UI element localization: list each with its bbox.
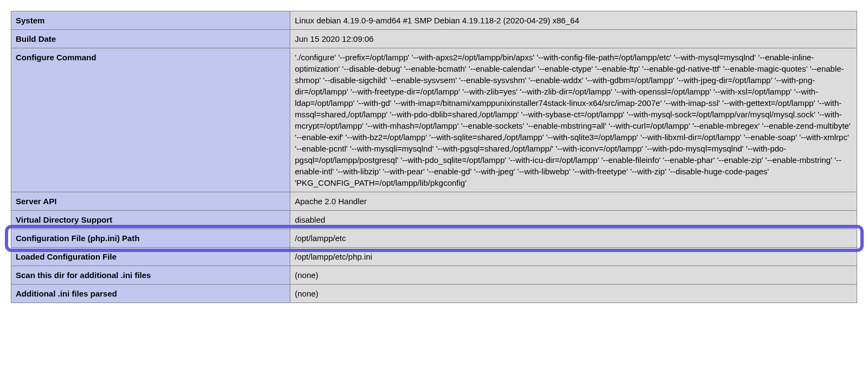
row-additional-ini: Additional .ini files parsed(none): [11, 285, 857, 303]
info-key: Configure Command: [11, 48, 290, 192]
info-value: './configure' '--prefix=/opt/lampp' '--w…: [290, 48, 857, 192]
row-loaded-config-file: Loaded Configuration File/opt/lampp/etc/…: [11, 248, 857, 266]
row-config-file-path: Configuration File (php.ini) Path/opt/la…: [11, 229, 857, 248]
phpinfo-table: SystemLinux debian 4.19.0-9-amd64 #1 SMP…: [11, 11, 857, 303]
info-key: Configuration File (php.ini) Path: [11, 229, 290, 248]
info-value: (none): [290, 285, 857, 303]
row-system: SystemLinux debian 4.19.0-9-amd64 #1 SMP…: [11, 11, 857, 30]
row-configure-command: Configure Command'./configure' '--prefix…: [11, 48, 857, 192]
phpinfo-container: SystemLinux debian 4.19.0-9-amd64 #1 SMP…: [11, 11, 857, 303]
info-key: Build Date: [11, 30, 290, 48]
info-key: Virtual Directory Support: [11, 211, 290, 229]
row-build-date: Build DateJun 15 2020 12:09:06: [11, 30, 857, 48]
info-key: Additional .ini files parsed: [11, 285, 290, 303]
info-value: /opt/lampp/etc/php.ini: [290, 248, 857, 266]
info-value: Apache 2.0 Handler: [290, 192, 857, 211]
info-key: System: [11, 11, 290, 30]
row-virtual-directory-support: Virtual Directory Supportdisabled: [11, 211, 857, 229]
info-value: Linux debian 4.19.0-9-amd64 #1 SMP Debia…: [290, 11, 857, 30]
info-value: disabled: [290, 211, 857, 229]
row-server-api: Server APIApache 2.0 Handler: [11, 192, 857, 211]
info-key: Scan this dir for additional .ini files: [11, 266, 290, 285]
info-value: (none): [290, 266, 857, 285]
info-value: /opt/lampp/etc: [290, 229, 857, 248]
info-key: Server API: [11, 192, 290, 211]
info-value: Jun 15 2020 12:09:06: [290, 30, 857, 48]
row-scan-dir: Scan this dir for additional .ini files(…: [11, 266, 857, 285]
info-key: Loaded Configuration File: [11, 248, 290, 266]
